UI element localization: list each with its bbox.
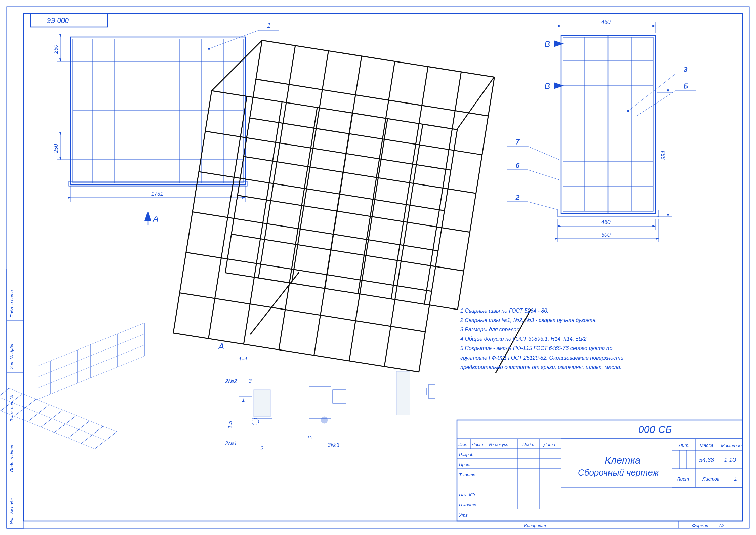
listov-label: Листов (702, 476, 719, 482)
svg-line-109 (457, 77, 494, 129)
svg-rect-122 (396, 371, 410, 415)
note-3: 3 Размеры для справок. (460, 327, 520, 332)
svg-rect-123 (410, 388, 427, 395)
notes-block: 1 Сварные швы по ГОСТ 5264 - 80. 2 Сварн… (460, 308, 623, 370)
detail-views: А 1±1 2№2 3 1 1,5 2№1 2 2 3№3 (218, 341, 435, 451)
side-strip: Инв. № подл. Подп. и дата Взам. инв. № И… (7, 269, 24, 528)
r-nachko: Нач. КО (459, 492, 475, 497)
dim-250-mid: 250 (53, 144, 59, 153)
svg-rect-118 (309, 386, 331, 418)
svg-point-115 (252, 418, 259, 425)
weld-2n2: 2№2 (225, 378, 237, 384)
drawing-number: 9Э 000 (47, 17, 69, 24)
svg-line-91 (256, 79, 488, 116)
footer-strip: Копировал Формат А2 (457, 521, 743, 528)
masshtab: Масштаб (721, 443, 742, 448)
scale-val: 1:10 (724, 457, 736, 463)
side-view: 460 В В 3 Б 7 6 2 854 (507, 19, 696, 242)
note-2: 2 Сварные швы №1, №2, №3 - сварка ручная… (460, 317, 597, 323)
svg-line-54 (528, 202, 559, 210)
dim-2a: 2 (260, 446, 263, 451)
svg-line-93 (244, 157, 476, 194)
weld-3n3: 3№3 (328, 442, 339, 448)
inner-border (24, 13, 743, 521)
r-utv: Утв. (459, 512, 469, 518)
r-nkontr: Н.контр. (459, 502, 477, 507)
callout-2: 2 (515, 194, 519, 201)
ss-4: Инв. № дубл. (9, 343, 14, 370)
h-ndoc: № докум. (489, 442, 508, 447)
svg-line-50 (528, 146, 559, 160)
dim-460-top: 460 (601, 19, 611, 25)
ss-2: Подп. и дата (9, 445, 14, 472)
name2: Сборочный чертеж (578, 467, 659, 478)
svg-rect-119 (333, 390, 346, 403)
note-5c: предварительно очистить от грязи, ржавчи… (460, 364, 622, 370)
dim-1: 1 (242, 397, 245, 403)
format: Формат (692, 523, 710, 528)
svg-rect-114 (254, 390, 270, 417)
ss-1: Инв. № подл. (9, 497, 14, 524)
format-val: А2 (719, 523, 725, 528)
mass-val: 54,68 (699, 457, 714, 463)
listov-val: 1 (734, 476, 737, 482)
lit: Лит. (678, 443, 690, 448)
section-b2: В (544, 81, 550, 91)
dim-460-bot: 460 (601, 219, 611, 225)
ss-3: Взам. инв. № (9, 395, 14, 422)
outer-border (7, 7, 749, 528)
note-4: 4 Общие допуски по ГОСТ 30893.1: H14, h1… (460, 336, 588, 342)
callout-7: 7 (516, 138, 520, 146)
dim-3-label: 3 (249, 378, 252, 384)
svg-line-83 (0, 397, 106, 440)
r-tkontr: Т.контр. (459, 472, 476, 477)
svg-line-48 (637, 91, 675, 116)
weld-2n1: 2№1 (225, 441, 237, 446)
dim-500: 500 (601, 232, 611, 238)
svg-rect-75 (0, 388, 117, 449)
drawing-sheet: 9Э 000 1 250 250 (0, 0, 756, 535)
svg-line-94 (238, 195, 470, 232)
dim-250-top: 250 (53, 45, 59, 54)
drawing-number-box (30, 13, 108, 27)
svg-point-47 (627, 110, 629, 112)
black-3d-cage (173, 40, 531, 373)
section-a-arrow: А (152, 214, 159, 224)
h-podp: Подп. (522, 442, 534, 447)
front-view: 1 250 250 1731 А (53, 22, 279, 225)
callout-b-letter: Б (684, 82, 688, 90)
h-list: Лист (471, 442, 483, 447)
note-5a: 5 Покрытие - эмаль ПФ-115 ГОСТ 6465-76 с… (460, 345, 613, 351)
note-5b: грунтовке ГФ-021 ГОСТ 25129-82. Окрашива… (460, 355, 623, 361)
section-b1: В (544, 39, 550, 49)
svg-rect-124 (428, 385, 435, 398)
tol-1-7: 1±1 (239, 357, 248, 362)
callout-1: 1 (267, 22, 271, 29)
svg-line-52 (528, 170, 559, 180)
svg-line-15 (209, 30, 259, 49)
list-label: Лист (677, 476, 689, 482)
callout-6: 6 (516, 162, 520, 169)
svg-point-16 (208, 48, 210, 50)
title-block: 000 СБ Изм. Лист № докум. Подп. Дата Раз… (457, 420, 743, 521)
dim-854: 854 (661, 151, 666, 160)
section-a-label: А (218, 341, 224, 352)
svg-line-108 (212, 40, 262, 91)
name1: Клетка (605, 455, 641, 466)
callout-3: 3 (684, 66, 687, 73)
isometric-blue (0, 323, 144, 449)
svg-line-110 (250, 272, 299, 334)
dim-1-5: 1,5 (227, 421, 233, 428)
dim-1731: 1731 (151, 191, 163, 197)
svg-line-92 (250, 118, 482, 155)
massa: Масса (700, 443, 714, 448)
svg-point-120 (321, 417, 328, 423)
kopiroval: Копировал (524, 523, 546, 528)
h-izm: Изм. (458, 442, 468, 447)
code: 000 СБ (638, 424, 672, 435)
r-prov: Пров. (459, 462, 470, 467)
note-1: 1 Сварные швы по ГОСТ 5264 - 80. (460, 308, 549, 314)
h-data: Дата (543, 442, 555, 447)
dim-2b: 2 (308, 436, 313, 439)
r-razrab: Разраб. (459, 452, 475, 457)
